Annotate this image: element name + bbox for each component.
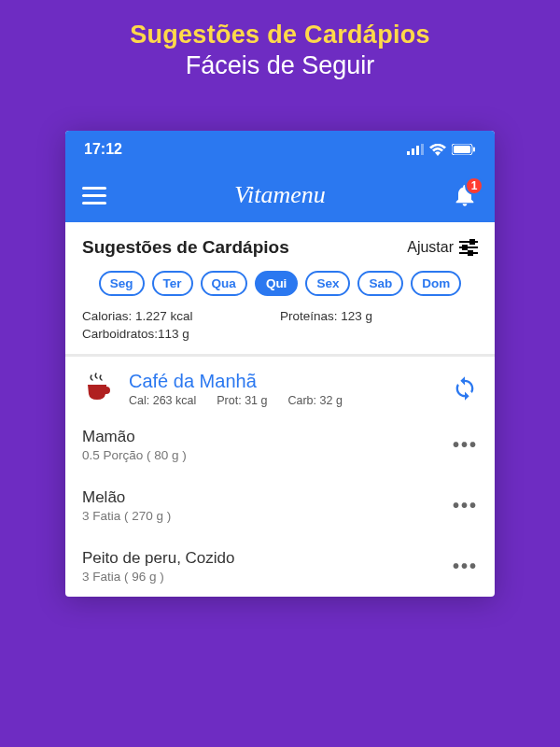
adjust-button[interactable]: Ajustar <box>407 239 478 256</box>
status-time: 17:12 <box>84 141 122 158</box>
status-bar: 17:12 <box>65 131 495 168</box>
food-item[interactable]: Melão 3 Fatia ( 270 g ) ••• <box>65 475 495 536</box>
more-icon[interactable]: ••• <box>453 434 478 456</box>
sliders-icon <box>459 239 478 256</box>
meal-info: Café da Manhã Cal: 263 kcal Prot: 31 g C… <box>129 371 439 407</box>
meal-prot: Prot: 31 g <box>217 394 267 407</box>
day-chip-dom[interactable]: Dom <box>411 271 461 296</box>
section-header: Sugestões de Cardápios Ajustar <box>65 222 495 267</box>
meal-macros: Cal: 263 kcal Prot: 31 g Carb: 32 g <box>129 394 439 407</box>
meal-cal: Cal: 263 kcal <box>129 394 196 407</box>
food-portion: 3 Fatia ( 96 g ) <box>82 570 235 584</box>
notifications-button[interactable]: 1 <box>452 182 478 208</box>
adjust-label: Ajustar <box>407 239 454 256</box>
food-name: Peito de peru, Cozido <box>82 549 235 568</box>
svg-rect-10 <box>463 246 467 249</box>
daily-totals: Calorias: 1.227 kcal Proteínas: 123 g Ca… <box>65 309 495 354</box>
refresh-icon <box>452 375 478 402</box>
day-chip-seg[interactable]: Seg <box>99 271 145 296</box>
wifi-icon <box>429 144 446 156</box>
food-name: Melão <box>82 488 171 507</box>
svg-rect-3 <box>421 144 424 155</box>
day-chip-sab[interactable]: Sab <box>357 271 403 296</box>
more-icon[interactable]: ••• <box>453 556 478 577</box>
svg-rect-8 <box>470 240 474 244</box>
battery-icon <box>452 144 476 155</box>
total-calories: Calorias: 1.227 kcal <box>82 309 280 323</box>
notification-badge: 1 <box>465 176 483 195</box>
phone-frame: 17:12 Vitamenu 1 Sugestões de Cardápios … <box>65 131 495 597</box>
more-icon[interactable]: ••• <box>453 495 478 516</box>
meal-carb: Carb: 32 g <box>287 394 342 407</box>
status-icons <box>407 144 476 156</box>
coffee-cup-icon <box>82 370 116 407</box>
day-chip-sex[interactable]: Sex <box>305 271 350 296</box>
day-chip-qua[interactable]: Qua <box>201 271 247 296</box>
app-bar: Vitamenu 1 <box>65 168 495 222</box>
cellular-icon <box>407 144 424 155</box>
promo-header: Sugestões de Cardápios Fáceis de Seguir <box>0 0 560 84</box>
meal-name: Café da Manhã <box>129 371 439 392</box>
section-title: Sugestões de Cardápios <box>82 237 289 258</box>
food-item[interactable]: Peito de peru, Cozido 3 Fatia ( 96 g ) •… <box>65 536 495 597</box>
total-proteins: Proteínas: 123 g <box>280 309 478 323</box>
food-portion: 3 Fatia ( 270 g ) <box>82 509 171 523</box>
food-name: Mamão <box>82 428 187 446</box>
food-item[interactable]: Mamão 0.5 Porção ( 80 g ) ••• <box>65 415 495 475</box>
app-title: Vitamenu <box>65 181 495 209</box>
svg-rect-12 <box>469 251 472 255</box>
svg-rect-5 <box>454 146 470 153</box>
svg-rect-6 <box>473 148 475 152</box>
meal-header: Café da Manhã Cal: 263 kcal Prot: 31 g C… <box>65 357 495 415</box>
food-portion: 0.5 Porção ( 80 g ) <box>82 448 187 462</box>
menu-button[interactable] <box>82 187 106 204</box>
total-carbs: Carboidratos:113 g <box>82 327 280 341</box>
day-chip-ter[interactable]: Ter <box>152 271 193 296</box>
svg-rect-2 <box>416 146 419 155</box>
refresh-meal-button[interactable] <box>452 375 478 402</box>
svg-rect-1 <box>412 148 414 155</box>
day-chip-qui[interactable]: Qui <box>255 271 299 296</box>
promo-line-1: Sugestões de Cardápios <box>0 21 560 49</box>
svg-rect-0 <box>407 151 410 155</box>
promo-line-2: Fáceis de Seguir <box>0 51 560 80</box>
day-tabs: Seg Ter Qua Qui Sex Sab Dom <box>65 267 495 309</box>
